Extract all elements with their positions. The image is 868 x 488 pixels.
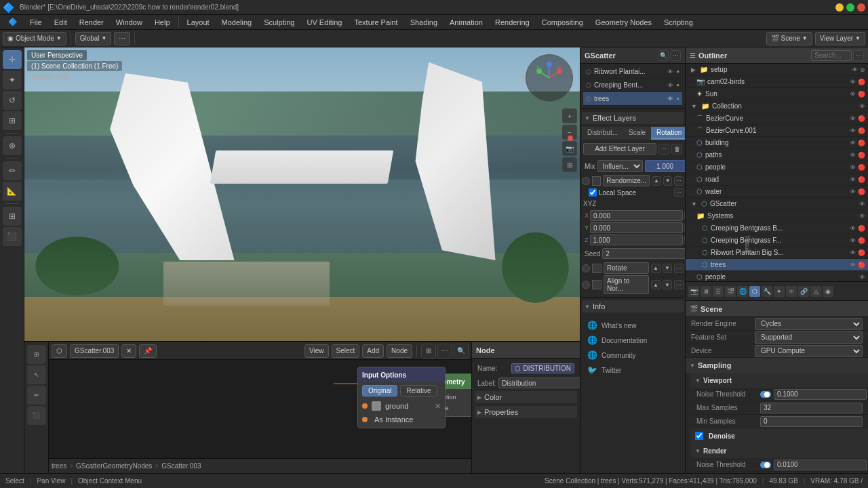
render-icon-paths[interactable]: 🔴 bbox=[858, 152, 865, 159]
render-engine-select[interactable]: Cycles bbox=[755, 318, 863, 330]
rotate-down-btn[interactable]: ▼ bbox=[663, 264, 672, 273]
scatter-item-trees[interactable]: ⬡ trees 👁 ● bbox=[583, 92, 682, 106]
node-close-btn[interactable]: ✕ bbox=[121, 344, 136, 358]
info-twitter-icon[interactable]: 🐦 Twitter bbox=[585, 363, 681, 378]
input-node[interactable]: Input Options Original Relative bbox=[357, 367, 446, 428]
rend-cbgb[interactable]: 🔴 bbox=[858, 225, 865, 232]
randomize-checkbox[interactable] bbox=[592, 176, 601, 186]
render-icon-b1[interactable]: 🔴 bbox=[858, 115, 865, 122]
outliner-row-ribwort[interactable]: ⬡ Ribwort Plantain Big S... 👁 🔴 bbox=[686, 247, 868, 259]
rend-ribwort[interactable]: 🔴 bbox=[858, 249, 865, 256]
node-name-value[interactable]: ⬡ DISTRIBUTION bbox=[511, 363, 574, 373]
viewlayer-dropdown[interactable]: View Layer ▼ bbox=[815, 32, 865, 45]
scatter-dot-trees[interactable]: ● bbox=[676, 96, 679, 102]
max-samples-input[interactable] bbox=[760, 403, 863, 413]
outliner-row-setup[interactable]: ▶ 📁 setup 👁 ⊕ bbox=[686, 64, 868, 76]
node-zoom-btn[interactable]: 🔍 bbox=[454, 344, 469, 359]
annotate-tool[interactable]: ✏ bbox=[3, 161, 22, 180]
menu-rendering[interactable]: Rendering bbox=[490, 17, 535, 28]
breadcrumb-trees[interactable]: trees bbox=[52, 462, 66, 470]
randomize-radio[interactable] bbox=[582, 177, 590, 185]
relative-btn[interactable]: Relative bbox=[400, 385, 437, 396]
render-icon-bldg[interactable]: 🔴 bbox=[858, 140, 865, 146]
rotate-btn[interactable]: Rotate bbox=[604, 262, 649, 274]
close-btn[interactable] bbox=[857, 3, 865, 12]
cursor-tool[interactable]: ✛ bbox=[3, 50, 22, 69]
menu-modeling[interactable]: Modeling bbox=[216, 17, 258, 28]
viewport[interactable]: User Perspective (1) Scene Collection (1… bbox=[24, 47, 580, 341]
node-view-btn[interactable]: View bbox=[304, 344, 329, 358]
node-pin-btn[interactable]: 📌 bbox=[139, 344, 157, 358]
outliner-row-bezier1[interactable]: ⌒ BezierCurve 👁 🔴 bbox=[686, 113, 868, 125]
scatter-item-creeping[interactable]: ⬡ Creeping Bent... 👁 ● bbox=[583, 79, 682, 92]
node-add-btn2[interactable]: Add bbox=[362, 344, 384, 358]
node-editor-main[interactable]: ⬡ GScatter.003 ✕ 📌 View Select Add Node … bbox=[49, 342, 471, 473]
menu-window[interactable]: Window bbox=[111, 17, 148, 28]
local-space-checkbox[interactable] bbox=[589, 188, 597, 197]
eye-people2[interactable]: 👁 bbox=[859, 274, 865, 281]
eye-icon-cam[interactable]: 👁 bbox=[850, 79, 856, 85]
randomize-extra-btn[interactable]: ⋯ bbox=[674, 176, 684, 186]
menu-shading[interactable]: Shading bbox=[405, 17, 443, 28]
tab-scale[interactable]: Scale bbox=[623, 127, 651, 140]
randomize-down-btn[interactable]: ▼ bbox=[663, 176, 673, 186]
navigation-gizmo[interactable]: X Y Z bbox=[526, 54, 573, 102]
min-samples-input[interactable] bbox=[760, 416, 863, 427]
render-icon-water[interactable]: 🔴 bbox=[858, 188, 865, 195]
eye-icon-b1[interactable]: 👁 bbox=[850, 115, 856, 122]
eye-icon-b2[interactable]: 👁 bbox=[850, 127, 856, 134]
toggle-quad-btn[interactable]: ⊞ bbox=[562, 157, 577, 172]
denoise-checkbox[interactable] bbox=[695, 432, 703, 440]
node-select-btn[interactable]: ↖ bbox=[27, 365, 46, 384]
y-input[interactable] bbox=[590, 222, 683, 233]
eye-icon-setup[interactable]: 👁 bbox=[852, 66, 858, 73]
transform-tool[interactable]: ⊕ bbox=[3, 136, 22, 155]
menu-animation[interactable]: Animation bbox=[444, 17, 488, 28]
prop-tab-render[interactable]: 📷 bbox=[688, 286, 699, 297]
rotate-up-btn[interactable]: ▲ bbox=[651, 264, 660, 273]
prop-tab-material[interactable]: ◉ bbox=[823, 286, 833, 297]
align-down-btn[interactable]: ▼ bbox=[663, 280, 672, 289]
rotate-checkbox[interactable] bbox=[592, 264, 601, 273]
breadcrumb-geometry-nodes[interactable]: GScatterGeometryNodes bbox=[76, 462, 152, 470]
eye-icon-gs[interactable]: 👁 bbox=[859, 201, 865, 207]
prop-tab-world[interactable]: 🌐 bbox=[737, 286, 748, 297]
align-up-btn[interactable]: ▲ bbox=[651, 280, 660, 289]
outliner-row-road[interactable]: ⬡ road 👁 🔴 bbox=[686, 174, 868, 186]
prop-tab-scene[interactable]: 🎬 bbox=[725, 286, 736, 297]
prop-tab-view[interactable]: ☰ bbox=[713, 286, 724, 297]
prop-tab-particles[interactable]: ✦ bbox=[774, 286, 785, 297]
outliner-row-collection[interactable]: ▼ 📁 Collection 👁 bbox=[686, 100, 868, 113]
measure-tool[interactable]: 📐 bbox=[3, 182, 22, 201]
mix-value-input[interactable]: 1.000 bbox=[645, 160, 685, 172]
align-btn[interactable]: Align to Nor... bbox=[604, 275, 649, 294]
add-effect-btn[interactable]: Add Effect Layer bbox=[583, 143, 656, 155]
node-snap-btn[interactable]: ⋯ bbox=[437, 344, 452, 359]
zoom-in-btn[interactable]: + bbox=[562, 108, 577, 123]
noise-thresh-toggle[interactable] bbox=[760, 391, 771, 398]
outliner-row-paths[interactable]: ⬡ paths 👁 🔴 bbox=[686, 149, 868, 161]
menu-geometry[interactable]: Geometry Nodes bbox=[590, 17, 657, 28]
mix-type-select[interactable]: Influen... bbox=[597, 160, 643, 172]
outliner-row-cbg-f[interactable]: ⬡ Creeping Bentgrass F... 👁 🔴 bbox=[686, 235, 868, 247]
prop-tab-modifier[interactable]: 🔧 bbox=[762, 286, 772, 297]
eye-icon-people[interactable]: 👁 bbox=[850, 164, 856, 171]
denoise-header[interactable]: Denoise bbox=[691, 428, 868, 443]
render-icon-sun[interactable]: 🔴 bbox=[858, 91, 865, 98]
viewport-sampling-header[interactable]: ▼ Viewport bbox=[691, 373, 868, 388]
menu-layout[interactable]: Layout bbox=[182, 17, 215, 28]
node-node-btn[interactable]: Node bbox=[387, 344, 412, 358]
outliner-filter-btn[interactable]: ⋯ bbox=[853, 50, 864, 61]
node-add-btn[interactable]: ⊞ bbox=[27, 345, 46, 364]
ground-close-btn[interactable]: ✕ bbox=[435, 402, 441, 411]
scatter-eye-ribwort[interactable]: 👁 bbox=[667, 68, 673, 75]
menu-edit[interactable]: Edit bbox=[49, 17, 73, 28]
outliner-row-people[interactable]: ⬡ people 👁 🔴 bbox=[686, 161, 868, 174]
minimize-btn[interactable] bbox=[835, 3, 844, 12]
tab-distribut[interactable]: Distribut... bbox=[582, 127, 623, 140]
node-editor-icon[interactable]: ⬡ bbox=[52, 344, 67, 358]
scatter-dot-creeping[interactable]: ● bbox=[676, 82, 679, 88]
info-globe-icon2[interactable]: 🌐 Documentation bbox=[585, 333, 681, 348]
randomize-btn[interactable]: Randomize... bbox=[603, 175, 650, 186]
menu-render[interactable]: Render bbox=[74, 17, 109, 28]
